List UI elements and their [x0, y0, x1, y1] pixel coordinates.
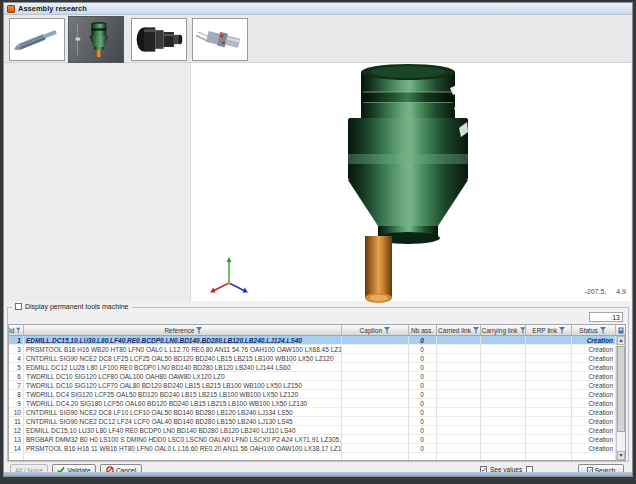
- table-row[interactable]: 6 TWDRILL DC10 SIG120 LCF80 OAL100 OAH80…: [9, 372, 616, 381]
- cell-reference: EDMILL DC15,10 LU30 L80 LF40 RE0 BCDP0 L…: [24, 426, 342, 434]
- thumbnail-dark-chuck-tool[interactable]: [131, 18, 187, 61]
- cell-id: 9: [9, 399, 24, 407]
- cell-status: Création: [572, 426, 616, 434]
- chuck-preview-icon: [132, 19, 186, 60]
- cell-reference: PRSMTOOL B16 H16 WB20 HT80 LFN0 OAL0 L L…: [24, 345, 342, 353]
- main-area: -207.5, 4.9: [4, 63, 632, 301]
- cell-erp-link: [526, 453, 572, 460]
- column-options-icon: [618, 327, 624, 334]
- column-header-nb-ass[interactable]: Nb ass.: [409, 325, 437, 335]
- cell-caption: [342, 345, 409, 353]
- cell-nb-ass: 0: [409, 363, 437, 371]
- cell-reference: CNTDRILL SIG90 NCE2 DC8 LF25 LCF25 OAL50…: [24, 354, 342, 362]
- table-row[interactable]: 1 EDMILL.DC15,10.LU30.L80.LF40.RE0.BCDP0…: [9, 336, 616, 345]
- cell-id: 5: [9, 363, 24, 371]
- drill-preview-icon: [10, 19, 64, 60]
- table-row[interactable]: 8 TWDRILL DC4 SIG120 LCF25 OAL50 BD120 B…: [9, 390, 616, 399]
- cell-reference: BRGBAR DMM32 B0 H0 LS100 S DMIN0 HDD0 LS…: [24, 435, 342, 443]
- table-row[interactable]: 3 PRSMTOOL B16 H16 WB20 HT80 LFN0 OAL0 L…: [9, 345, 616, 354]
- cell-carried-link: [437, 417, 482, 425]
- cell-status: Création: [572, 417, 616, 425]
- table-row[interactable]: 12 EDMILL DC15,10 LU30 L80 LF40 RE0 BCDP…: [9, 426, 616, 435]
- cell-reference: EDMILL.DC15,10.LU30.L80.LF40.RE0.BCDP0.L…: [24, 336, 342, 344]
- coordinate-y: 4.9: [616, 288, 626, 295]
- cell-nb-ass: 0: [409, 372, 437, 380]
- cell-status: Création: [572, 399, 616, 407]
- table-row[interactable]: 11 CNTDRILL SIG90 NCE2 DC12 LF24 LCF0 OA…: [9, 417, 616, 426]
- cell-erp-link: [526, 363, 572, 371]
- cell-caption: [342, 354, 409, 362]
- thumbnail-drill-tool[interactable]: [9, 18, 65, 61]
- table-row[interactable]: 4 CNTDRILL SIG90 NCE2 DC8 LF25 LCF25 OAL…: [9, 354, 616, 363]
- cell-caption: [342, 408, 409, 416]
- cell-carrying-link: [481, 336, 526, 344]
- table-row[interactable]: 7 TWDRILL DC10 SIG120 LCF70 OAL80 BD120 …: [9, 381, 616, 390]
- thumbnail-green-tool-holder[interactable]: [68, 16, 124, 63]
- filter-icon[interactable]: [600, 327, 606, 334]
- tools-table: Id Reference Caption Nb ass.: [8, 324, 626, 461]
- cell-carried-link: [437, 381, 482, 389]
- vertical-scrollbar[interactable]: [616, 336, 625, 460]
- app-icon: [7, 5, 15, 13]
- cell-nb-ass: 0: [409, 336, 437, 344]
- cell-reference: TWDRILL DC4.20 SIG180 LCF50 OAL60 BD120 …: [24, 399, 342, 407]
- viewport-3d[interactable]: -207.5, 4.9: [190, 63, 631, 301]
- cell-id: 8: [9, 390, 24, 398]
- scroll-up-button[interactable]: [617, 336, 625, 345]
- cell-id: 7: [9, 381, 24, 389]
- table-row[interactable]: 13 BRGBAR DMM32 B0 H0 LS100 S DMIN0 HDD0…: [9, 435, 616, 444]
- cell-nb-ass: 0: [409, 426, 437, 434]
- cell-reference: [24, 453, 342, 460]
- table-row[interactable]: 9 TWDRILL DC4.20 SIG180 LCF50 OAL60 BD12…: [9, 399, 616, 408]
- table-row[interactable]: 10 CNTDRILL SIG90 NCE2 DC8 LF10 LCF10 OA…: [9, 408, 616, 417]
- column-header-carrying-link[interactable]: Carrying link: [481, 325, 526, 335]
- cell-id: 11: [9, 417, 24, 425]
- cell-erp-link: [526, 354, 572, 362]
- column-header-caption[interactable]: Caption: [342, 325, 409, 335]
- cell-erp-link: [526, 435, 572, 443]
- cell-id: 4: [9, 354, 24, 362]
- column-header-erp-link[interactable]: ERP link: [526, 325, 572, 335]
- coordinate-x: -207.5,: [584, 288, 606, 295]
- table-row[interactable]: 14 PRSMTOOL B16 H16 11 WB16 HT80 LFN0 OA…: [9, 444, 616, 453]
- filter-icon[interactable]: [384, 327, 390, 334]
- cell-carried-link: [437, 345, 482, 353]
- cell-reference: TWDRILL DC10 SIG120 LCF70 OAL80 BD120 BD…: [24, 381, 342, 389]
- scroll-down-button[interactable]: [617, 451, 625, 460]
- column-header-status[interactable]: Status: [572, 325, 616, 335]
- cell-erp-link: [526, 372, 572, 380]
- holder-preview-icon: [69, 17, 123, 62]
- column-options-button[interactable]: [616, 325, 625, 335]
- cell-status: Création: [572, 363, 616, 371]
- cell-caption: [342, 363, 409, 371]
- cell-nb-ass: 0: [409, 444, 437, 452]
- cell-status: Création: [572, 444, 616, 452]
- column-header-id[interactable]: Id: [9, 325, 24, 335]
- cell-reference: TWDRILL DC4 SIG120 LCF25 OAL50 BD120 BD2…: [24, 390, 342, 398]
- thumbnail-metal-assembly-tool[interactable]: [192, 18, 248, 61]
- cell-carried-link: [437, 408, 482, 416]
- filter-icon[interactable]: [473, 327, 479, 334]
- cell-carried-link: [437, 453, 482, 460]
- axis-triad-icon: [207, 253, 251, 295]
- cell-status: Création: [572, 354, 616, 362]
- cell-caption: [342, 390, 409, 398]
- filter-icon[interactable]: [559, 327, 565, 334]
- cell-erp-link: [526, 381, 572, 389]
- cell-status: Création: [572, 336, 616, 344]
- window-inner: Assembly research: [3, 2, 633, 477]
- cell-nb-ass: 0: [409, 345, 437, 353]
- table-row[interactable]: 5 EDMILL DC12 LU28 L80 LF100 RE0 BCDP0 L…: [9, 363, 616, 372]
- filter-icon[interactable]: [16, 327, 21, 334]
- cell-carried-link: [437, 336, 482, 344]
- cell-id: [9, 453, 24, 460]
- filter-icon[interactable]: [196, 327, 202, 334]
- column-header-carried-link[interactable]: Carried link: [437, 325, 482, 335]
- display-permanent-tools-checkbox[interactable]: Display permanent tools machine: [12, 303, 132, 310]
- cell-carrying-link: [481, 444, 526, 452]
- cell-status: Création: [572, 390, 616, 398]
- checkbox-unchecked-icon[interactable]: [15, 303, 22, 310]
- filter-icon[interactable]: [520, 327, 526, 334]
- column-header-reference[interactable]: Reference: [24, 325, 342, 335]
- scrollbar-thumb[interactable]: [617, 346, 625, 432]
